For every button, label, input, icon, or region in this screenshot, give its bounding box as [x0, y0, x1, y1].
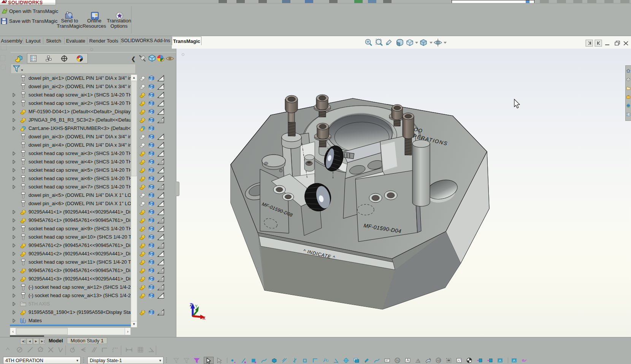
- svg-text:SOLIDWORKS: SOLIDWORKS: [8, 0, 43, 5]
- svg-text:X: X: [203, 316, 206, 320]
- svg-text:N: N: [396, 358, 399, 362]
- svg-text:A: A: [416, 359, 419, 362]
- svg-text:A: A: [499, 358, 501, 362]
- svg-text:A: A: [406, 358, 409, 362]
- svg-text:A°: A°: [457, 358, 461, 362]
- svg-text:Z: Z: [190, 302, 192, 307]
- svg-text:AB: AB: [436, 359, 441, 362]
- svg-text:A: A: [513, 358, 515, 362]
- svg-text:Y: Y: [195, 304, 198, 309]
